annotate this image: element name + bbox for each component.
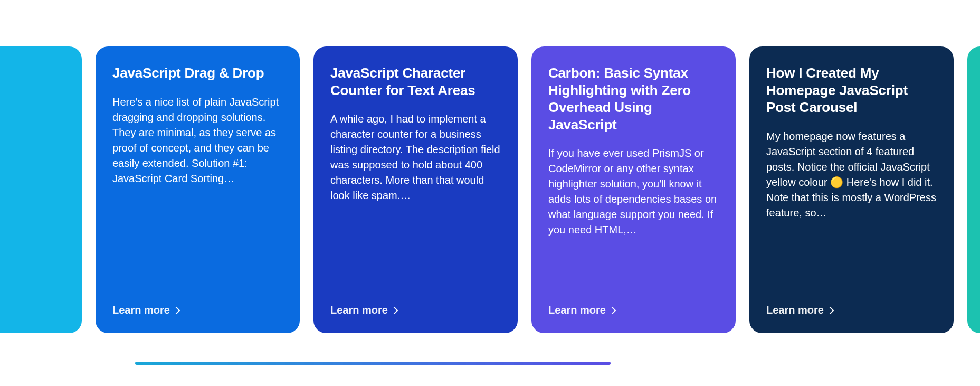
learn-more-label: Learn more <box>330 304 388 316</box>
learn-more-label: Learn more <box>112 304 170 316</box>
carousel-card[interactable]: …of …on …cript …to… Learn more <box>0 46 82 333</box>
carousel-card[interactable]: Carbon: Basic Syntax Highlighting with Z… <box>531 46 736 333</box>
card-title: Carbon: Basic Syntax Highlighting with Z… <box>548 64 719 133</box>
card-excerpt: Here's a nice list of plain JavaScript d… <box>112 95 283 186</box>
learn-more-label: Learn more <box>548 304 606 316</box>
learn-more-label: Learn more <box>766 304 824 316</box>
card-excerpt: A while ago, I had to implement a charac… <box>330 111 501 203</box>
chevron-right-icon <box>829 307 834 314</box>
card-title: How I Created My Homepage JavaScript Pos… <box>766 64 937 116</box>
chevron-right-icon <box>611 307 616 314</box>
learn-more-link[interactable]: Learn more <box>766 304 834 316</box>
card-excerpt: If you have ever used PrismJS or CodeMir… <box>548 146 719 238</box>
learn-more-link[interactable]: Learn more <box>548 304 616 316</box>
chevron-right-icon <box>393 307 398 314</box>
carousel-card[interactable]: ? lo… R… I c… I t… lo… th… sa… He… Learn… <box>967 46 980 333</box>
carousel-card[interactable]: How I Created My Homepage JavaScript Pos… <box>749 46 954 333</box>
learn-more-link[interactable]: Learn more <box>330 304 398 316</box>
card-excerpt: …on …cript …to… <box>0 95 65 110</box>
card-title: JavaScript Character Counter for Text Ar… <box>330 64 501 99</box>
carousel-scrollbar-thumb[interactable] <box>135 362 611 365</box>
learn-more-link[interactable]: Learn more <box>112 304 180 316</box>
carousel-card[interactable]: JavaScript Character Counter for Text Ar… <box>313 46 518 333</box>
carousel-track[interactable]: …of …on …cript …to… Learn more JavaScrip… <box>0 46 980 333</box>
carousel-card[interactable]: JavaScript Drag & Drop Here's a nice lis… <box>96 46 300 333</box>
chevron-right-icon <box>175 307 180 314</box>
card-excerpt: My homepage now features a JavaScript se… <box>766 129 937 221</box>
card-title: JavaScript Drag & Drop <box>112 64 283 82</box>
carousel-scrollbar[interactable] <box>135 362 611 365</box>
carousel-viewport[interactable]: …of …on …cript …to… Learn more JavaScrip… <box>0 0 980 386</box>
card-title: …of <box>0 64 65 82</box>
